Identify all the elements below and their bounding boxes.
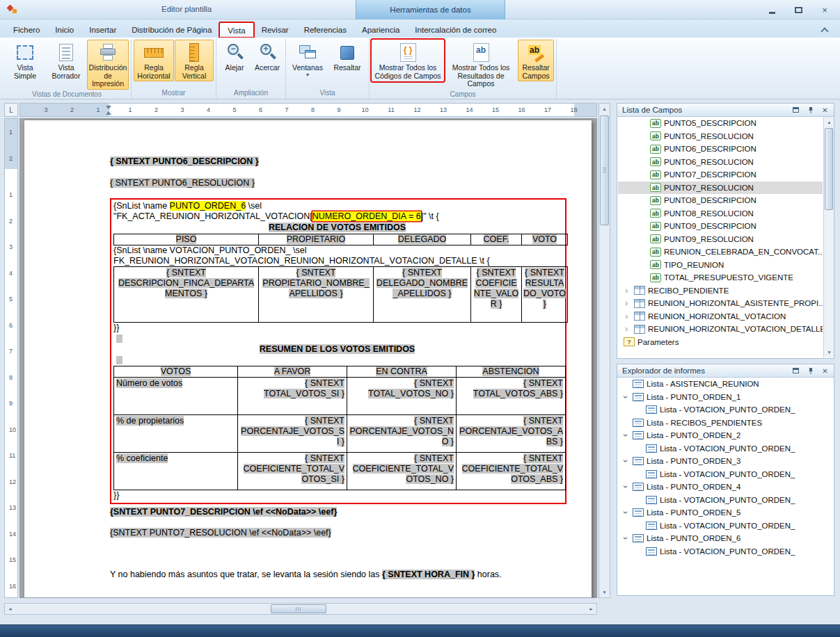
tab-insertar[interactable]: Insertar — [81, 22, 124, 38]
highlighted-list-name[interactable]: PUNTO_ORDEN_6 — [170, 201, 246, 211]
tab-intercalacion-correo[interactable]: Intercalación de correo — [407, 22, 504, 38]
mostrar-codigos-campos-button[interactable]: Mostrar Todos los Códigos de Campos — [372, 40, 444, 81]
vertical-scrollbar-thumb[interactable] — [600, 115, 609, 225]
scroll-down-arrow[interactable]: ▼ — [599, 587, 610, 597]
vista-borrador-button[interactable]: Vista Borrador — [46, 40, 86, 81]
field-list-item[interactable]: abPUNTO8_DESCRIPCION — [618, 194, 823, 207]
report-tree-item[interactable]: Lista - VOTACION_PUNTO_ORDEN_ — [618, 468, 833, 481]
field-list-item[interactable]: abPUNTO6_RESOLUCION — [618, 156, 823, 169]
chevron-expanded-icon[interactable] — [622, 431, 630, 440]
chevron-expanded-icon[interactable] — [622, 534, 630, 542]
report-tree-item[interactable]: Lista - VOTACION_PUNTO_ORDEN_ — [618, 545, 833, 558]
tab-apariencia[interactable]: Apariencia — [354, 22, 407, 38]
field-list-item[interactable]: abPUNTO5_RESOLUCION — [618, 130, 823, 143]
highlighted-filter-condition[interactable]: NUMERO_ORDEN_DIA = 6 — [312, 211, 421, 221]
field-list-item[interactable]: abPUNTO7_RESOLUCION — [618, 182, 823, 195]
field-code-punto6-descripcion[interactable]: { SNTEXT PUNTO6_DESCRIPCION } — [110, 156, 259, 166]
field-list-item[interactable]: abPUNTO6_DESCRIPCION — [618, 143, 823, 156]
scroll-down-arrow[interactable]: ▼ — [824, 347, 834, 357]
report-tree-item[interactable]: Lista - PUNTO_ORDEN_2 — [618, 429, 833, 442]
chevron-expanded-icon[interactable] — [622, 508, 630, 517]
field-list-item[interactable]: abPUNTO9_DESCRIPCION — [618, 220, 823, 233]
report-tree-item[interactable]: Lista - VOTACION_PUNTO_ORDEN_ — [618, 442, 833, 455]
resaltar-campos-button[interactable]: Resaltar Campos — [518, 40, 554, 81]
report-tree-item[interactable]: Lista - RECIBOS_PENDIENTES — [618, 417, 833, 430]
report-tree-item[interactable]: Lista - ASISTENCIA_REUNION — [618, 378, 833, 391]
report-tree-item[interactable]: Lista - PUNTO_ORDEN_3 — [618, 455, 833, 468]
tab-distribucion-pagina[interactable]: Distribución de Página — [124, 22, 219, 38]
close-button[interactable]: × — [816, 3, 833, 16]
field-list-item[interactable]: REUNION_HORIZONTAL_VOTACION_DETALLE — [618, 323, 823, 336]
report-tree-item[interactable]: Lista - VOTACION_PUNTO_ORDEN_ — [618, 494, 833, 507]
document-horizontal-scrollbar[interactable]: ◄ ► — [4, 603, 597, 615]
field-list-item[interactable]: abPUNTO5_DESCRIPCION — [618, 117, 823, 130]
chevron-right-icon[interactable] — [624, 287, 631, 295]
report-tree-item[interactable]: Lista - VOTACION_PUNTO_ORDEN_ — [618, 519, 833, 533]
pin-icon[interactable] — [805, 105, 816, 115]
field-list-item[interactable]: abPUNTO7_DESCRIPCION — [618, 168, 823, 182]
tab-vista[interactable]: Vista — [219, 22, 253, 38]
report-tree-item[interactable]: Lista - PUNTO_ORDEN_1 — [618, 391, 833, 404]
fields-scrollbar[interactable]: ▲ ▼ — [823, 117, 834, 357]
chevron-expanded-icon[interactable] — [622, 457, 630, 465]
field-list-item[interactable]: abREUNION_CELEBRADA_EN_CONVOCAT... — [618, 245, 823, 259]
field-list-item[interactable]: ?Parameters — [618, 336, 823, 349]
ruler-number: 1 — [96, 106, 100, 113]
tab-inicio[interactable]: Inicio — [47, 22, 81, 38]
scroll-left-arrow[interactable]: ◄ — [5, 604, 15, 614]
scroll-up-arrow[interactable]: ▲ — [599, 104, 610, 114]
left-indent-marker[interactable] — [106, 111, 111, 115]
resaltar-button[interactable]: Resaltar — [328, 40, 367, 74]
report-tree-item[interactable]: Lista - PUNTO_ORDEN_4 — [618, 481, 833, 494]
scroll-up-arrow[interactable]: ▲ — [824, 117, 834, 127]
chevron-expanded-icon[interactable] — [622, 393, 630, 401]
alejar-button[interactable]: − Alejar — [219, 40, 251, 74]
chevron-right-icon[interactable] — [624, 312, 631, 321]
field-list-item[interactable]: abTOTAL_PRESUPUESTO_VIGENTE — [618, 271, 823, 284]
field-list-item[interactable]: REUNION_HORIZONTAL_VOTACION — [618, 310, 823, 323]
mostrar-resultados-campos-button[interactable]: Mostrar Todos los Resultados de Campos — [445, 40, 517, 90]
field-list-item[interactable]: abPUNTO8_RESOLUCION — [618, 207, 823, 220]
maximize-button[interactable] — [790, 3, 807, 16]
document-viewport[interactable]: { SNTEXT PUNTO6_DESCRIPCION } { SNTEXT P… — [19, 118, 597, 598]
vertical-ruler[interactable]: 1212345678910111213141516 — [4, 118, 18, 598]
scrollbar-thumb[interactable] — [825, 128, 833, 210]
field-list-item[interactable]: REUNION_HORIZONTAL_ASISTENTE_PROPI... — [618, 297, 823, 310]
chevron-right-icon[interactable] — [624, 325, 631, 333]
field-list-item[interactable]: RECIBO_PENDIENTE — [618, 284, 823, 298]
acercar-button[interactable]: + Acercar — [251, 40, 283, 74]
tab-referencias[interactable]: Referencias — [296, 22, 354, 38]
field-code-hora-fin[interactable]: { SNTEXT HORA_FIN } — [382, 570, 475, 579]
close-panel-icon[interactable]: ✕ — [820, 105, 830, 115]
field-code-punto6-resolucion[interactable]: { SNTEXT PUNTO6_RESOLUCION } — [110, 178, 255, 188]
document-page[interactable]: { SNTEXT PUNTO6_DESCRIPCION } { SNTEXT P… — [24, 120, 592, 598]
horizontal-ruler[interactable]: 321123456789101112131415161718 — [19, 103, 597, 117]
document-vertical-scrollbar[interactable]: ▲ ▼ — [599, 103, 610, 598]
scroll-right-arrow[interactable]: ► — [586, 604, 596, 614]
tab-fichero[interactable]: Fichero — [6, 22, 47, 38]
ventanas-button[interactable]: Ventanas ▾ — [288, 40, 327, 79]
regla-horizontal-button[interactable]: Regla Horizontal — [134, 40, 174, 81]
field-list-item[interactable]: abTIPO_REUNION — [618, 259, 823, 272]
horizontal-scrollbar-thumb[interactable] — [271, 604, 326, 613]
chevron-expanded-icon[interactable] — [622, 483, 630, 491]
vista-simple-button[interactable]: Vista Simple — [5, 40, 45, 81]
field-list-item[interactable]: abPUNTO9_RESOLUCION — [618, 233, 823, 246]
report-tree-item[interactable]: Lista - PUNTO_ORDEN_5 — [618, 506, 833, 519]
close-panel-icon[interactable]: ✕ — [820, 366, 830, 376]
float-panel-icon[interactable] — [791, 366, 801, 376]
tab-stop-selector[interactable]: L — [4, 103, 18, 117]
minimize-button[interactable] — [763, 3, 780, 16]
report-tree-item[interactable]: Lista - VOTACION_PUNTO_ORDEN_ — [618, 403, 833, 417]
collapse-ribbon-button[interactable] — [821, 26, 829, 33]
field-code-punto7-descripcion[interactable]: {SNTEXT PUNTO7_DESCRIPCION \ef <<NoData>… — [110, 507, 337, 517]
chevron-right-icon[interactable] — [624, 299, 631, 307]
report-tree-item[interactable]: Lista - PUNTO_ORDEN_6 — [618, 532, 833, 545]
pin-icon[interactable] — [805, 366, 816, 376]
field-code-punto7-resolucion[interactable]: {SNTEXT PUNTO7_RESOLUCION \ef <<NoData>>… — [110, 528, 331, 538]
regla-vertical-button[interactable]: Regla Vertical — [175, 40, 214, 81]
tab-revisar[interactable]: Revisar — [254, 22, 296, 38]
float-panel-icon[interactable] — [791, 105, 801, 115]
distribucion-impresion-button[interactable]: Distribución de Impresión — [87, 40, 129, 90]
first-line-indent-marker[interactable] — [106, 106, 111, 109]
